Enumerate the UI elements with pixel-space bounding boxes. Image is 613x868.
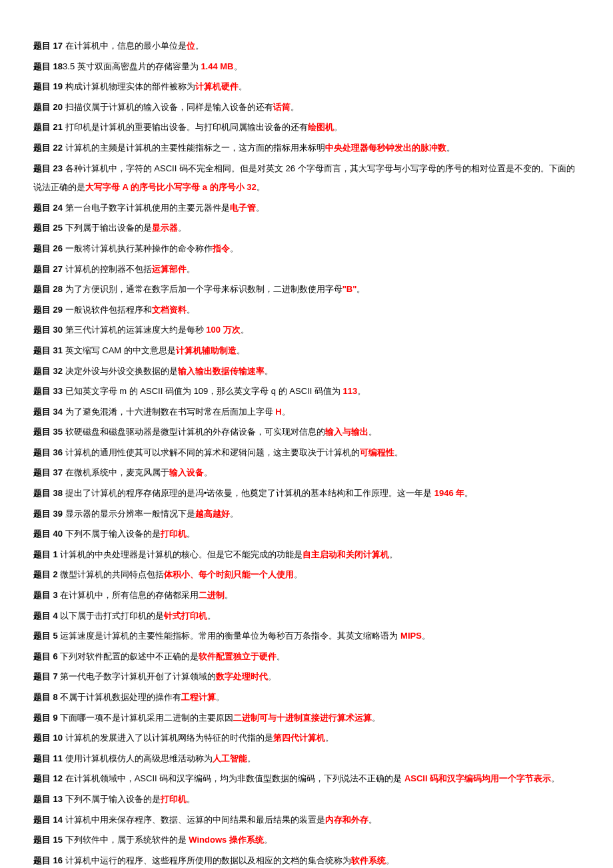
question-suffix: 。: [247, 753, 256, 763]
question-text: 使用计算机模仿人的高级思维活动称为: [63, 753, 213, 763]
answer-text: Windows 操作系统: [189, 835, 264, 845]
question-text: 3.5 英寸双面高密盘片的存储容量为: [63, 61, 201, 71]
question-text: 为了方便识别，通常在数字后加一个字母来标识数制，二进制数使用字母: [63, 284, 342, 294]
question-suffix: 。: [256, 203, 265, 213]
question-item: 题目 22 计算机的主频是计算机的主要性能指标之一，这方面的指标用来标明中央处理…: [33, 139, 580, 158]
question-label: 题目 4: [33, 611, 58, 621]
question-label: 题目 26: [33, 243, 63, 253]
question-item: 题目 19 构成计算机物理实体的部件被称为计算机硬件。: [33, 77, 580, 97]
question-suffix: 。: [282, 407, 291, 417]
question-text: 计算机中运行的程序、这些程序所使用的数据以及相应的文档的集合统称为: [63, 855, 351, 865]
answer-text: H: [275, 407, 281, 417]
question-label: 题目 17: [33, 41, 63, 51]
question-label: 题目 9: [33, 713, 58, 723]
question-label: 题目 7: [33, 671, 58, 681]
question-suffix: 。: [446, 143, 455, 153]
answer-text: 计算机辅助制造: [176, 345, 237, 355]
question-item: 题目 13 下列不属于输入设备的是打印机。: [33, 790, 580, 809]
question-text: 微型计算机的共同特点包括: [58, 569, 165, 579]
answer-text: "B": [342, 284, 357, 294]
question-text: 决定外设与外设交换数据的是: [63, 366, 178, 376]
question-item: 题目 10 计算机的发展进入了以计算机网络为特征的时代指的是第四代计算机。: [33, 729, 580, 748]
question-label: 题目 24: [33, 203, 63, 213]
answer-text: 计算机硬件: [195, 81, 239, 91]
question-item: 题目 33 已知英文字母 m 的 ASCII 码值为 109，那么英文字母 q …: [33, 382, 580, 401]
question-item: 题目 9 下面哪一项不是计算机采用二进制的主要原因二进制可与十进制直接进行算术运…: [33, 709, 580, 728]
answer-text: 100 万次: [206, 325, 240, 335]
question-item: 题目 4 以下属于击打式打印机的是针式打印机。: [33, 607, 580, 626]
question-suffix: 。: [357, 386, 366, 396]
question-label: 题目 27: [33, 264, 63, 274]
answer-text: MIPS: [400, 631, 422, 641]
question-suffix: 。: [178, 223, 187, 233]
question-text: 已知英文字母 m 的 ASCII 码值为 109，那么英文字母 q 的 ASCI…: [63, 386, 342, 396]
answer-text: 软件配置独立于硬件: [199, 651, 277, 661]
answer-text: 数字处理时代: [216, 671, 268, 681]
question-text: 一般将计算机执行某种操作的命令称作: [63, 243, 213, 253]
question-label: 题目 11: [33, 753, 63, 763]
question-list: 题目 17 在计算机中，信息的最小单位是位。题目 183.5 英寸双面高密盘片的…: [33, 37, 580, 868]
answer-text: 绘图机: [308, 122, 334, 132]
question-item: 题目 183.5 英寸双面高密盘片的存储容量为 1.44 MB。: [33, 57, 580, 77]
answer-text: 打印机: [161, 529, 187, 539]
question-item: 题目 25 下列属于输出设备的是显示器。: [33, 219, 580, 238]
question-text: 为了避免混淆，十六进制数在书写时常在后面加上字母: [63, 407, 275, 417]
question-text: 在计算机中，所有信息的存储都采用: [58, 590, 199, 600]
answer-text: 电子管: [230, 203, 256, 213]
answer-text: 体积小、每个时刻只能一个人使用: [164, 569, 294, 579]
question-suffix: 。: [241, 325, 249, 335]
question-text: 下列不属于输入设备的是: [63, 529, 161, 539]
question-suffix: 。: [230, 243, 239, 253]
question-suffix: 。: [334, 122, 342, 132]
question-text: 下面哪一项不是计算机采用二进制的主要原因: [58, 713, 234, 723]
question-text: 软硬磁盘和磁盘驱动器是微型计算机的外存储设备，可实现对信息的: [63, 427, 325, 437]
question-item: 题目 40 下列不属于输入设备的是打印机。: [33, 525, 580, 544]
question-text: 下列对软件配置的叙述中不正确的是: [58, 651, 199, 661]
question-item: 题目 29 一般说软件包括程序和文档资料。: [33, 301, 580, 320]
question-label: 题目 12: [33, 773, 63, 783]
question-suffix: 。: [386, 855, 394, 865]
question-suffix: 。: [372, 713, 380, 723]
answer-text: 自主启动和关闭计算机: [303, 549, 389, 559]
question-suffix: 。: [237, 345, 245, 355]
question-item: 题目 1 计算机的中央处理器是计算机的核心。但是它不能完成的功能是自主启动和关闭…: [33, 545, 580, 565]
question-item: 题目 36 计算机的通用性使其可以求解不同的算术和逻辑问题，这主要取决于计算机的…: [33, 443, 580, 463]
question-label: 题目 8: [33, 692, 58, 702]
question-item: 题目 20 扫描仪属于计算机的输入设备，同样是输入设备的还有话筒。: [33, 98, 580, 117]
question-text: 在计算机领域中，ASCII 码和汉字编码，均为非数值型数据的编码，下列说法不正确…: [63, 773, 404, 783]
question-suffix: 。: [422, 631, 430, 641]
answer-text: 文档资料: [152, 305, 187, 315]
question-suffix: 。: [394, 447, 403, 457]
answer-text: 输入设备: [169, 467, 204, 477]
question-suffix: 。: [207, 611, 216, 621]
answer-text: 位: [187, 41, 195, 51]
question-text: 计算机的控制器不包括: [63, 264, 152, 274]
question-item: 题目 26 一般将计算机执行某种操作的命令称作指令。: [33, 239, 580, 259]
question-suffix: 。: [325, 733, 334, 743]
answer-text: 越高越好: [195, 509, 230, 519]
question-text: 计算机的发展进入了以计算机网络为特征的时代指的是: [63, 733, 273, 743]
question-text: 下列属于输出设备的是: [63, 223, 152, 233]
question-item: 题目 30 第三代计算机的运算速度大约是每秒 100 万次。: [33, 321, 580, 340]
question-suffix: 。: [265, 366, 273, 376]
question-item: 题目 17 在计算机中，信息的最小单位是位。: [33, 37, 580, 56]
question-item: 题目 39 显示器的显示分辨率一般情况下是越高越好。: [33, 505, 580, 524]
answer-text: 1946 年: [434, 488, 465, 498]
answer-text: 指令: [213, 243, 230, 253]
question-label: 题目 20: [33, 102, 63, 112]
question-label: 题目 29: [33, 305, 63, 315]
question-label: 题目 39: [33, 509, 63, 519]
answer-text: 可编程性: [360, 447, 394, 457]
question-item: 题目 27 计算机的控制器不包括运算部件。: [33, 260, 580, 279]
answer-text: 中央处理器每秒钟发出的脉冲数: [325, 143, 446, 153]
question-item: 题目 2 微型计算机的共同特点包括体积小、每个时刻只能一个人使用。: [33, 565, 580, 585]
question-text: 计算机的中央处理器是计算机的核心。但是它不能完成的功能是: [58, 549, 303, 559]
question-label: 题目 19: [33, 81, 63, 91]
question-suffix: 。: [264, 835, 273, 845]
question-item: 题目 37 在微机系统中，麦克风属于输入设备。: [33, 463, 580, 483]
question-label: 题目 3: [33, 590, 58, 600]
question-label: 题目 28: [33, 284, 63, 294]
question-text: 在微机系统中，麦克风属于: [63, 467, 169, 477]
question-label: 题目 10: [33, 733, 63, 743]
answer-text: 二进制可与十进制直接进行算术运算: [233, 713, 372, 723]
